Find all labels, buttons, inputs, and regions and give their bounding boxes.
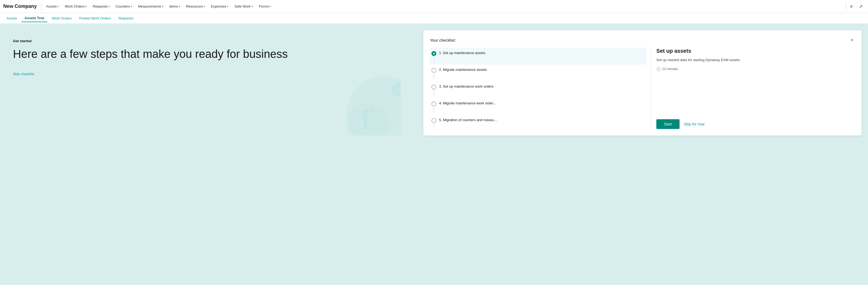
step-item-5[interactable]: 5. Migration of counters and measu... bbox=[430, 115, 646, 129]
decorative-background: ✓ bbox=[314, 60, 401, 136]
start-button[interactable]: Start bbox=[656, 119, 680, 129]
chevron-down-icon: ▾ bbox=[204, 5, 205, 8]
svg-rect-7 bbox=[366, 124, 367, 130]
skip-checklist-button[interactable]: Skip checklist bbox=[13, 72, 34, 76]
close-button[interactable]: × bbox=[849, 37, 855, 44]
checklist-header: Your checklist: × bbox=[430, 37, 855, 44]
step-line-5 bbox=[434, 123, 434, 129]
step-indicator-4 bbox=[431, 102, 436, 112]
hero-heading: Here are a few steps that make you ready… bbox=[13, 47, 410, 61]
svg-point-10 bbox=[391, 83, 401, 96]
svg-text:✓: ✓ bbox=[395, 87, 400, 92]
skip-for-now-button[interactable]: Skip for now bbox=[684, 122, 705, 126]
secondary-navigation: AssetsAssets TreeWork OrdersPosted Work … bbox=[0, 13, 868, 24]
nav-divider-right bbox=[845, 3, 846, 10]
nav-items: Assets▾Work Orders▾Requests▾Counters▾Mea… bbox=[43, 3, 843, 9]
chevron-down-icon: ▾ bbox=[131, 5, 132, 8]
step-circle-5 bbox=[431, 118, 436, 123]
step-line-1 bbox=[434, 57, 434, 62]
svg-rect-4 bbox=[362, 117, 365, 118]
step-label-5: 5. Migration of counters and measu... bbox=[439, 118, 497, 122]
nav-item-work-orders[interactable]: Work Orders▾ bbox=[62, 3, 89, 9]
svg-point-8 bbox=[370, 110, 374, 114]
nav-item-forms[interactable]: Forms▾ bbox=[256, 3, 274, 9]
step-indicator-1 bbox=[431, 51, 436, 62]
chevron-down-icon: ▾ bbox=[108, 5, 110, 8]
detail-title: Set up assets bbox=[656, 48, 855, 54]
step-circle-3 bbox=[431, 85, 436, 89]
svg-rect-6 bbox=[364, 124, 365, 130]
detail-description: Set up needed data for starting Dynaway … bbox=[656, 57, 855, 63]
chevron-down-icon: ▾ bbox=[270, 5, 271, 8]
detail-actions: Start Skip for now bbox=[656, 116, 855, 129]
nav-item-items[interactable]: Items▾ bbox=[166, 3, 183, 9]
chevron-down-icon: ▾ bbox=[58, 5, 59, 8]
step-line-2 bbox=[434, 73, 434, 79]
nav-item-safe-work[interactable]: Safe Work▾ bbox=[231, 3, 255, 9]
svg-rect-3 bbox=[364, 116, 367, 124]
get-started-section: Get started Here are a few steps that ma… bbox=[6, 30, 862, 136]
chevron-down-icon: ▾ bbox=[252, 5, 253, 8]
checklist-title: Your checklist: bbox=[430, 38, 456, 42]
step-indicator-2 bbox=[431, 68, 436, 79]
chevron-down-icon: ▾ bbox=[162, 5, 163, 8]
secondary-nav-item-requests[interactable]: Requests bbox=[115, 15, 136, 22]
detail-time: 🕐 10 minutes bbox=[656, 67, 855, 71]
step-indicator-5 bbox=[431, 118, 436, 129]
nav-item-measurements[interactable]: Measurements▾ bbox=[135, 3, 166, 9]
hero-panel: Get started Here are a few steps that ma… bbox=[6, 30, 417, 136]
step-circle-1 bbox=[431, 51, 436, 56]
step-circle-4 bbox=[431, 102, 436, 106]
expand-button[interactable]: ➚ bbox=[857, 3, 865, 10]
svg-point-1 bbox=[347, 103, 390, 136]
nav-divider bbox=[41, 3, 41, 10]
svg-rect-5 bbox=[367, 117, 370, 118]
nav-item-expenses[interactable]: Expenses▾ bbox=[208, 3, 231, 9]
svg-point-0 bbox=[347, 76, 401, 136]
step-line-4 bbox=[434, 107, 434, 112]
secondary-nav-item-assets[interactable]: Assets bbox=[3, 15, 20, 22]
secondary-nav-item-assets-tree[interactable]: Assets Tree bbox=[21, 14, 48, 22]
step-line-3 bbox=[434, 90, 434, 95]
step-detail: Set up assets Set up needed data for sta… bbox=[651, 48, 855, 129]
step-item-4[interactable]: 4. Migrate maintenance work order... bbox=[430, 98, 646, 115]
nav-item-requests[interactable]: Requests▾ bbox=[90, 3, 112, 9]
step-item-3[interactable]: 3. Set up maintenance work orders bbox=[430, 81, 646, 98]
steps-list: 1. Set up maintenance assets 2. Migrate … bbox=[430, 48, 651, 129]
svg-point-9 bbox=[363, 79, 401, 133]
clock-icon: 🕐 bbox=[656, 67, 661, 71]
nav-right: ≡ ➚ bbox=[843, 3, 865, 10]
step-label-3: 3. Set up maintenance work orders bbox=[439, 84, 494, 88]
step-item-2[interactable]: 2. Migrate maintenance assets bbox=[430, 65, 646, 81]
chevron-down-icon: ▾ bbox=[85, 5, 87, 8]
top-navigation: New Company Assets▾Work Orders▾Requests▾… bbox=[0, 0, 868, 13]
checklist-body: 1. Set up maintenance assets 2. Migrate … bbox=[430, 48, 855, 129]
chevron-down-icon: ▾ bbox=[227, 5, 228, 8]
main-content: Get started Here are a few steps that ma… bbox=[0, 24, 868, 285]
hamburger-button[interactable]: ≡ bbox=[848, 3, 855, 10]
nav-item-resources[interactable]: Resources▾ bbox=[183, 3, 208, 9]
step-label-2: 2. Migrate maintenance assets bbox=[439, 67, 487, 72]
get-started-label: Get started bbox=[13, 39, 410, 43]
secondary-nav-item-posted-work-orders[interactable]: Posted Work Orders bbox=[76, 15, 114, 22]
step-circle-2 bbox=[431, 68, 436, 73]
company-name: New Company bbox=[3, 3, 37, 9]
checklist-panel: Your checklist: × 1. Set up maintenance … bbox=[423, 30, 862, 136]
step-label-4: 4. Migrate maintenance work order... bbox=[439, 101, 496, 105]
chevron-down-icon: ▾ bbox=[179, 5, 180, 8]
detail-time-value: 10 minutes bbox=[662, 67, 678, 71]
secondary-nav-item-work-orders[interactable]: Work Orders bbox=[49, 15, 75, 22]
step-indicator-3 bbox=[431, 85, 436, 95]
step-item-1[interactable]: 1. Set up maintenance assets bbox=[430, 48, 646, 65]
svg-point-2 bbox=[362, 109, 369, 116]
nav-item-assets[interactable]: Assets▾ bbox=[43, 3, 62, 9]
step-label-1: 1. Set up maintenance assets bbox=[439, 51, 485, 55]
nav-item-counters[interactable]: Counters▾ bbox=[113, 3, 135, 9]
